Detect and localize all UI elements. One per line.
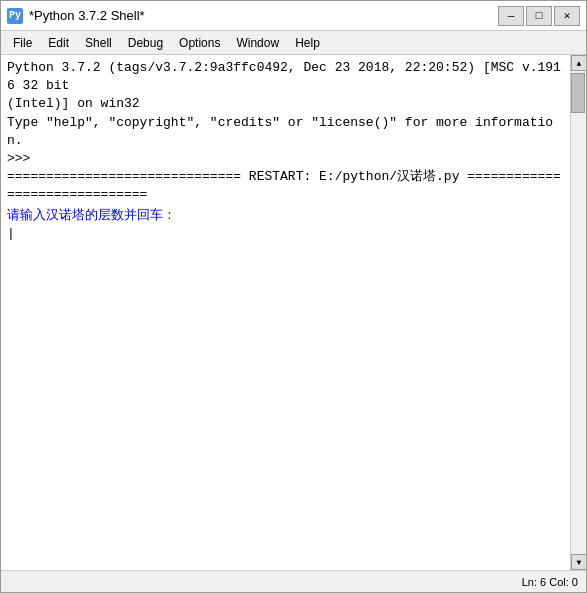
- title-bar-left: Py *Python 3.7.2 Shell*: [7, 8, 145, 24]
- shell-output[interactable]: Python 3.7.2 (tags/v3.7.2:9a3ffc0492, De…: [1, 55, 570, 570]
- menu-help[interactable]: Help: [287, 34, 328, 52]
- shell-prompt-initial: >>>: [7, 150, 564, 168]
- menu-window[interactable]: Window: [228, 34, 287, 52]
- menu-shell[interactable]: Shell: [77, 34, 120, 52]
- status-bar: Ln: 6 Col: 0: [1, 570, 586, 592]
- shell-restart-line: ============================== RESTART: …: [7, 168, 564, 204]
- menu-edit[interactable]: Edit: [40, 34, 77, 52]
- shell-cursor[interactable]: |: [7, 225, 564, 243]
- window-title: *Python 3.7.2 Shell*: [29, 8, 145, 23]
- scrollbar[interactable]: ▲ ▼: [570, 55, 586, 570]
- menu-file[interactable]: File: [5, 34, 40, 52]
- shell-prompt-line: 请输入汉诺塔的层数并回车：: [7, 207, 564, 225]
- main-window: Py *Python 3.7.2 Shell* — □ ✕ File Edit …: [0, 0, 587, 593]
- menu-options[interactable]: Options: [171, 34, 228, 52]
- menu-debug[interactable]: Debug: [120, 34, 171, 52]
- shell-line-1: Python 3.7.2 (tags/v3.7.2:9a3ffc0492, De…: [7, 59, 564, 95]
- shell-line-2: (Intel)] on win32: [7, 95, 564, 113]
- shell-line-3: Type "help", "copyright", "credits" or "…: [7, 114, 564, 150]
- close-button[interactable]: ✕: [554, 6, 580, 26]
- app-icon: Py: [7, 8, 23, 24]
- title-bar: Py *Python 3.7.2 Shell* — □ ✕: [1, 1, 586, 31]
- scroll-down-button[interactable]: ▼: [571, 554, 586, 570]
- window-controls: — □ ✕: [498, 6, 580, 26]
- cursor-position: Ln: 6 Col: 0: [522, 576, 578, 588]
- scroll-up-button[interactable]: ▲: [571, 55, 586, 71]
- maximize-button[interactable]: □: [526, 6, 552, 26]
- menu-bar: File Edit Shell Debug Options Window Hel…: [1, 31, 586, 55]
- shell-content: Python 3.7.2 (tags/v3.7.2:9a3ffc0492, De…: [1, 55, 586, 570]
- scrollbar-track-area[interactable]: [571, 71, 586, 554]
- scrollbar-thumb[interactable]: [571, 73, 585, 113]
- minimize-button[interactable]: —: [498, 6, 524, 26]
